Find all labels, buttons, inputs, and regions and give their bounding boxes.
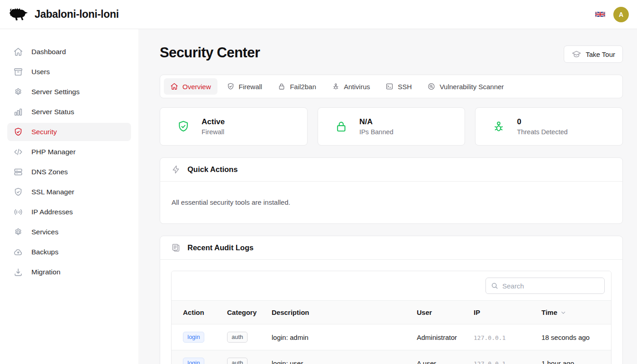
quick-actions-title: Quick Actions [187, 165, 238, 174]
bar-chart-icon [13, 106, 24, 117]
tab-firewall[interactable]: Firewall [220, 78, 269, 95]
tab-label: Fail2ban [290, 83, 316, 91]
sidebar-item-label: Security [31, 128, 57, 136]
column-header-time[interactable]: Time [536, 301, 611, 324]
user-cell: A user [411, 350, 468, 364]
quick-actions-card: Quick Actions All essential security too… [160, 157, 623, 224]
stat-card-threats: 0 Threats Detected [475, 107, 623, 146]
take-tour-label: Take Tour [586, 51, 615, 58]
sidebar-item-dns-zones[interactable]: DNS Zones [7, 163, 131, 181]
sidebar-item-label: Dashboard [31, 48, 66, 56]
tab-label: Antivirus [344, 83, 370, 91]
sidebar-item-label: DNS Zones [31, 168, 68, 176]
broadcast-icon [13, 207, 24, 217]
table-row[interactable]: login auth login: user A user 127.0.0.1 … [172, 350, 611, 364]
sidebar-item-label: Server Settings [31, 88, 80, 96]
column-header-user[interactable]: User [411, 301, 468, 324]
sidebar-item-security[interactable]: Security [7, 123, 131, 141]
description-cell: login: admin [266, 324, 411, 350]
action-badge: login [183, 332, 204, 343]
column-header-action[interactable]: Action [172, 301, 222, 324]
tab-label: Firewall [239, 83, 263, 91]
column-header-description[interactable]: Description [266, 301, 411, 324]
take-tour-button[interactable]: Take Tour [564, 46, 623, 63]
table-header-row: Action Category Description User IP Time [172, 301, 611, 324]
column-header-time-label: Time [541, 308, 557, 316]
user-cell: Administrator [411, 324, 468, 350]
sidebar-item-users[interactable]: Users [7, 63, 131, 81]
sidebar-item-label: PHP Manager [31, 148, 76, 156]
sidebar-item-label: IP Addresses [31, 208, 73, 216]
bug-icon [492, 120, 506, 133]
lightning-icon [171, 165, 181, 174]
sidebar-item-label: Backups [31, 248, 58, 256]
category-badge: auth [227, 358, 248, 364]
tab-overview[interactable]: Overview [164, 78, 217, 95]
server-stack-icon [13, 167, 24, 177]
category-badge: auth [227, 332, 248, 343]
sidebar: Dashboard Users Server Settings Server S… [0, 29, 138, 364]
stat-value: Active [202, 117, 225, 126]
shield-check-icon [227, 82, 235, 91]
search-icon [490, 281, 499, 292]
sidebar-item-label: Services [31, 228, 58, 236]
shield-check-icon [13, 126, 24, 137]
sidebar-item-label: Users [31, 68, 50, 76]
time-cell: 18 seconds ago [536, 324, 611, 350]
stat-cards: Active Firewall N/A IPs Banned 0 [160, 107, 623, 146]
sidebar-item-label: Server Status [31, 108, 74, 116]
user-avatar[interactable]: A [613, 7, 629, 22]
scan-circle-icon [427, 82, 435, 91]
uk-flag-icon[interactable] [595, 11, 605, 18]
audit-table-frame: Action Category Description User IP Time [171, 271, 612, 364]
sidebar-item-services[interactable]: Services [7, 223, 131, 241]
clipboard-icon [171, 243, 181, 253]
table-row[interactable]: login auth login: admin Administrator 12… [172, 324, 611, 350]
sidebar-item-ssl-manager[interactable]: SSL Manager [7, 183, 131, 201]
tab-label: SSH [398, 83, 412, 91]
home-icon [13, 46, 24, 57]
chevron-down-icon [560, 309, 566, 316]
sidebar-item-backups[interactable]: Backups [7, 243, 131, 261]
audit-table: Action Category Description User IP Time [172, 300, 611, 364]
tab-label: Vulnerability Scanner [440, 83, 504, 91]
app-title: Jabaloni-loni-loni [35, 8, 119, 20]
boar-logo-icon [8, 5, 30, 24]
sidebar-item-dashboard[interactable]: Dashboard [7, 43, 131, 61]
stat-label: Threats Detected [517, 128, 567, 136]
security-tabs: Overview Firewall Fail2ban Antivirus [160, 75, 623, 98]
sidebar-item-ip-addresses[interactable]: IP Addresses [7, 203, 131, 221]
tab-vulnerability-scanner[interactable]: Vulnerability Scanner [421, 78, 510, 95]
gear-icon [13, 227, 24, 238]
sidebar-item-php-manager[interactable]: PHP Manager [7, 143, 131, 161]
cloud-upload-icon [13, 247, 24, 258]
column-header-ip[interactable]: IP [468, 301, 536, 324]
column-header-category[interactable]: Category [222, 301, 266, 324]
audit-logs-card: Recent Audit Logs [160, 236, 623, 364]
tab-label: Overview [182, 83, 211, 91]
top-header: Jabaloni-loni-loni A [0, 0, 637, 29]
shield-check-icon [13, 187, 24, 197]
search-input[interactable] [485, 278, 605, 294]
main-content: Security Center Take Tour Overview Fir [138, 29, 637, 364]
tab-ssh[interactable]: SSH [379, 78, 418, 95]
sidebar-item-server-settings[interactable]: Server Settings [7, 83, 131, 101]
tab-antivirus[interactable]: Antivirus [325, 78, 377, 95]
stat-card-ips-banned: N/A IPs Banned [318, 107, 465, 146]
brand[interactable]: Jabaloni-loni-loni [8, 5, 119, 24]
stat-value: N/A [359, 117, 394, 126]
action-badge: login [183, 358, 204, 364]
archive-box-icon [13, 66, 24, 77]
page-title: Security Center [160, 45, 260, 61]
sidebar-item-migration[interactable]: Migration [7, 263, 131, 281]
stat-label: IPs Banned [359, 128, 394, 136]
terminal-icon [385, 82, 394, 91]
graduation-cap-icon [571, 49, 581, 59]
stat-value: 0 [517, 117, 567, 126]
tab-fail2ban[interactable]: Fail2ban [271, 78, 323, 95]
code-icon [13, 147, 24, 157]
quick-actions-message: All essential security tools are install… [171, 192, 612, 212]
time-cell: 1 hour ago [536, 350, 611, 364]
stat-card-firewall: Active Firewall [160, 107, 308, 146]
sidebar-item-server-status[interactable]: Server Status [7, 103, 131, 121]
